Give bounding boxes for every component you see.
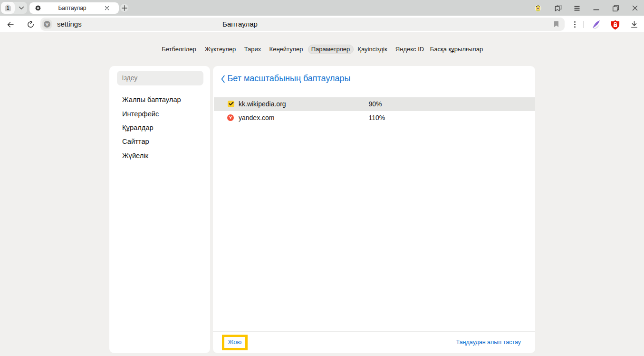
svg-text:1: 1: [7, 6, 10, 11]
